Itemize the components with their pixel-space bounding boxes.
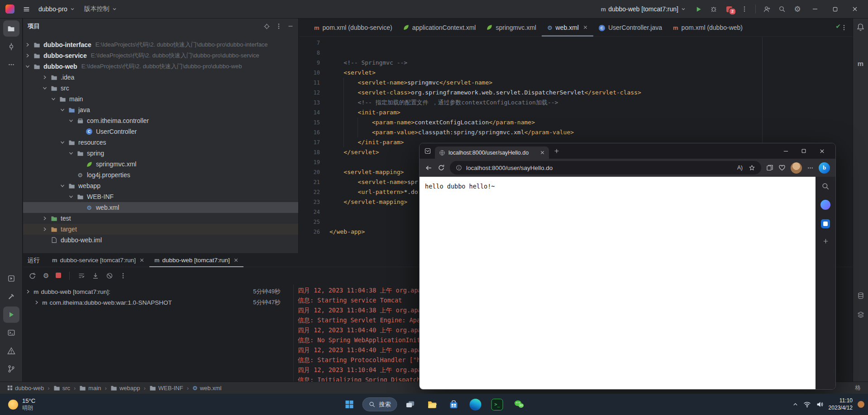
project-tree-item-target[interactable]: target <box>23 224 298 235</box>
microsoft-store-button[interactable] <box>445 396 463 413</box>
favorite-star-icon[interactable] <box>749 165 755 171</box>
more-tool-windows-button[interactable] <box>3 57 19 73</box>
close-tab-icon[interactable] <box>234 258 238 263</box>
read-aloud-icon[interactable]: A) <box>737 165 743 171</box>
clock-widget[interactable]: 11:10 2023/4/12 <box>829 397 853 411</box>
sidebar-search-icon[interactable] <box>821 182 830 190</box>
project-tree-item-dubbo-web[interactable]: dubbo-webE:\IdeaProjects\代码\2. dubbo快速入门… <box>23 61 298 72</box>
problems-tool-button[interactable] <box>3 343 19 359</box>
sidebar-add-icon[interactable] <box>822 238 829 245</box>
chevron-right-icon[interactable] <box>40 226 49 232</box>
version-control-tool-button[interactable] <box>3 361 19 377</box>
debug-button[interactable] <box>706 2 721 16</box>
wechat-button[interactable] <box>510 396 528 413</box>
browser-menu-icon[interactable] <box>807 165 814 171</box>
close-tab-icon[interactable] <box>583 25 588 30</box>
edge-button[interactable] <box>467 396 484 413</box>
tab-actions-icon[interactable] <box>424 147 431 155</box>
settings-gear-icon[interactable]: ⚙ <box>790 2 805 16</box>
chevron-down-icon[interactable] <box>58 183 67 189</box>
database-tool-button[interactable] <box>854 289 868 302</box>
run-tab-dubbo-web-tomcat7-run[interactable]: mdubbo-web [tomcat7:run] <box>149 254 243 267</box>
editor-tab-pom-xml-dubbo-service[interactable]: mpom.xml (dubbo-service) <box>309 19 398 36</box>
build-tool-button[interactable] <box>3 288 19 305</box>
ide-maximize-button[interactable] <box>825 0 844 19</box>
chevron-down-icon[interactable] <box>23 63 32 70</box>
breadcrumb-item-dubbo-web[interactable]: dubbo-web <box>7 385 44 391</box>
edit-configuration-icon[interactable]: ⚙ <box>43 272 49 279</box>
project-tree-item-springmvc-xml[interactable]: springmvc.xml <box>23 159 298 170</box>
taskbar-search[interactable]: 搜索 <box>362 397 397 411</box>
sidebar-outlook-icon[interactable] <box>821 219 830 228</box>
project-tree-item-dubbo-interface[interactable]: dubbo-interfaceE:\IdeaProjects\代码\2. dub… <box>23 39 298 50</box>
editor-tab-usercontroller-java[interactable]: CUserController.java <box>593 19 668 36</box>
breadcrumb-item-webapp[interactable]: webapp <box>110 385 140 391</box>
stop-button[interactable]: 2 <box>722 2 736 16</box>
scroll-to-end-icon[interactable] <box>92 272 99 279</box>
url-text[interactable]: localhost:8000/user/sayHello.do <box>466 165 553 171</box>
breadcrumb-item-main[interactable]: main <box>79 385 101 391</box>
chevron-down-icon[interactable] <box>58 107 67 113</box>
project-tree-item-dubbo-service[interactable]: dubbo-serviceE:\IdeaProjects\代码\2. dubbo… <box>23 50 298 61</box>
editor-tab-web-xml[interactable]: ⚙web.xml <box>542 19 593 36</box>
clear-output-icon[interactable] <box>106 272 113 279</box>
project-tree-item-com-itheima-controller[interactable]: com.itheima.controller <box>23 115 298 126</box>
refresh-icon[interactable] <box>438 164 445 171</box>
main-menu-icon[interactable] <box>19 2 33 16</box>
chevron-right-icon[interactable] <box>33 299 40 306</box>
commit-tool-button[interactable] <box>3 38 19 55</box>
project-tree-item-java[interactable]: java <box>23 104 298 115</box>
project-widget[interactable]: dubbo-pro <box>34 2 79 16</box>
editor-tab-springmvc-xml[interactable]: springmvc.xml <box>481 19 541 36</box>
chevron-right-icon[interactable] <box>40 74 49 80</box>
volume-icon[interactable] <box>816 401 824 408</box>
task-view-button[interactable] <box>402 396 419 413</box>
run-tree-node-com-itheima-dubbo-web-war-1-0-snapshot[interactable]: mcom.itheima:dubbo-web:war:1.0-SNAPSHOT5… <box>23 297 285 308</box>
chevron-down-icon[interactable] <box>58 139 67 146</box>
browser-tab[interactable]: localhost:8000/user/sayHello.do <box>435 146 549 159</box>
chevron-down-icon[interactable] <box>40 85 49 91</box>
address-bar[interactable]: localhost:8000/user/sayHello.do A) <box>450 161 761 174</box>
tab-close-icon[interactable] <box>540 150 545 155</box>
profile-avatar[interactable] <box>791 162 802 174</box>
file-explorer-button[interactable] <box>424 396 441 413</box>
inspections-ok-icon[interactable]: ✔ <box>835 23 841 30</box>
chevron-down-icon[interactable] <box>67 193 76 200</box>
close-tab-icon[interactable] <box>139 258 144 263</box>
project-tree-item-src[interactable]: src <box>23 83 298 94</box>
layers-tool-button[interactable] <box>854 308 868 321</box>
hide-panel-icon[interactable] <box>287 23 294 29</box>
chevron-down-icon[interactable] <box>49 96 58 102</box>
browser-maximize-button[interactable] <box>795 143 813 159</box>
project-tree-item-resources[interactable]: resources <box>23 137 298 148</box>
rerun-icon[interactable] <box>29 272 36 280</box>
new-tab-icon[interactable] <box>553 148 560 154</box>
more-actions-icon[interactable] <box>737 2 752 16</box>
project-tree-item-test[interactable]: test <box>23 213 298 224</box>
project-tree-item-web-inf[interactable]: WEB-INF <box>23 191 298 202</box>
project-tree-item-idea[interactable]: .idea <box>23 72 298 83</box>
weather-widget[interactable]: 15°C 晴朗 <box>5 394 39 415</box>
chevron-right-icon[interactable] <box>40 215 49 222</box>
site-info-icon[interactable] <box>456 165 462 171</box>
sidebar-discover-icon[interactable] <box>820 200 830 210</box>
run-button[interactable] <box>691 2 706 16</box>
soft-wrap-icon[interactable] <box>78 272 85 279</box>
indent-status-text[interactable]: 格 <box>855 384 861 392</box>
breadcrumb-item-web-inf[interactable]: WEB-INF <box>149 385 183 391</box>
services-tool-button[interactable] <box>3 270 19 287</box>
tray-expand-icon[interactable] <box>792 401 798 407</box>
search-everywhere-icon[interactable] <box>775 2 789 16</box>
chevron-down-icon[interactable] <box>67 150 76 156</box>
browser-essentials-icon[interactable] <box>778 164 786 171</box>
back-icon[interactable] <box>425 164 433 172</box>
bing-chat-icon[interactable]: b <box>819 162 830 174</box>
project-tree-item-spring[interactable]: spring <box>23 148 298 159</box>
locate-file-icon[interactable] <box>263 23 270 30</box>
run-tool-button[interactable] <box>3 307 19 323</box>
terminal-tool-button[interactable] <box>3 325 19 341</box>
chevron-down-icon[interactable] <box>67 118 76 124</box>
terminal-app-button[interactable]: >_ <box>489 396 506 413</box>
browser-close-button[interactable] <box>813 143 831 159</box>
breadcrumb-item-web-xml[interactable]: ⚙web.xml <box>192 385 221 391</box>
